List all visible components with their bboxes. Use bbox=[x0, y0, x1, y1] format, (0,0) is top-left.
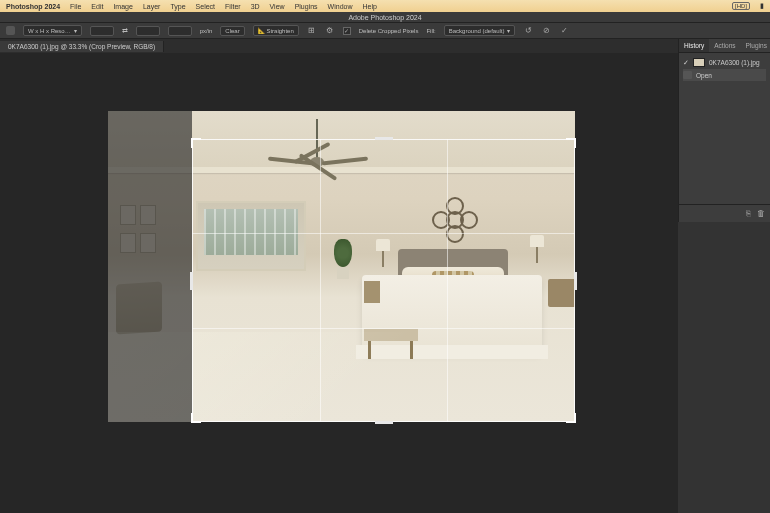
history-panel-footer: ⎘ 🗑 bbox=[679, 204, 770, 222]
swap-dimensions-icon[interactable]: ⇄ bbox=[122, 27, 128, 35]
cancel-crop-icon[interactable]: ⊘ bbox=[541, 26, 551, 36]
resolution-unit[interactable]: px/in bbox=[200, 28, 213, 34]
history-panel: ✓ 0K7A6300 (1).jpg Open bbox=[679, 53, 770, 84]
history-step-row[interactable]: Open bbox=[683, 69, 766, 81]
workspace bbox=[0, 53, 678, 513]
clear-button[interactable]: Clear bbox=[220, 26, 244, 36]
menu-filter[interactable]: Filter bbox=[225, 3, 241, 10]
document-tab-bar: 0K7A6300 (1).jpg @ 33.3% (Crop Preview, … bbox=[0, 39, 770, 53]
overlay-options-icon[interactable]: ⊞ bbox=[307, 26, 317, 36]
delete-cropped-label: Delete Cropped Pixels bbox=[359, 28, 419, 34]
tool-options-bar: W x H x Reso…▾ ⇄ px/in Clear 📐 Straighte… bbox=[0, 23, 770, 39]
chevron-down-icon: ▾ bbox=[507, 27, 510, 34]
reset-crop-icon[interactable]: ↺ bbox=[523, 26, 533, 36]
panel-tabs: History Actions Plugins bbox=[679, 39, 770, 53]
document-tab-label: 0K7A6300 (1).jpg @ 33.3% (Crop Preview, … bbox=[8, 43, 155, 50]
straighten-icon: 📐 bbox=[258, 28, 265, 34]
width-input[interactable] bbox=[90, 26, 114, 36]
height-input[interactable] bbox=[136, 26, 160, 36]
menu-image[interactable]: Image bbox=[113, 3, 132, 10]
delete-state-icon[interactable]: 🗑 bbox=[757, 209, 765, 218]
menu-select[interactable]: Select bbox=[196, 3, 215, 10]
photo bbox=[108, 111, 575, 422]
menu-edit[interactable]: Edit bbox=[91, 3, 103, 10]
crop-tool-icon[interactable] bbox=[6, 26, 15, 35]
crop-settings-icon[interactable]: ⚙ bbox=[325, 26, 335, 36]
right-panel-group: History Actions Plugins ✓ 0K7A6300 (1).j… bbox=[678, 39, 770, 222]
app-name: Photoshop 2024 bbox=[6, 3, 60, 10]
hd-badge: [HD] bbox=[732, 2, 750, 10]
new-snapshot-icon[interactable]: ⎘ bbox=[746, 209, 751, 218]
checkmark-icon: ✓ bbox=[683, 59, 689, 67]
straighten-label: Straighten bbox=[266, 28, 293, 34]
straighten-button[interactable]: 📐 Straighten bbox=[253, 25, 299, 36]
menu-layer[interactable]: Layer bbox=[143, 3, 161, 10]
ratio-dropdown[interactable]: W x H x Reso…▾ bbox=[23, 25, 82, 36]
tab-plugins[interactable]: Plugins bbox=[741, 39, 770, 52]
crop-shield-left bbox=[108, 111, 192, 422]
fill-dropdown-label: Background (default) bbox=[449, 28, 505, 34]
menu-plugins[interactable]: Plugins bbox=[295, 3, 318, 10]
chevron-down-icon: ▾ bbox=[74, 27, 77, 34]
menu-type[interactable]: Type bbox=[170, 3, 185, 10]
window-title: Adobe Photoshop 2024 bbox=[348, 14, 421, 21]
fill-label: Fill: bbox=[426, 28, 435, 34]
menu-window[interactable]: Window bbox=[328, 3, 353, 10]
battery-icon: ▮ bbox=[760, 2, 764, 10]
history-thumb bbox=[693, 58, 705, 67]
menu-help[interactable]: Help bbox=[363, 3, 377, 10]
resolution-input[interactable] bbox=[168, 26, 192, 36]
commit-crop-icon[interactable]: ✓ bbox=[559, 26, 569, 36]
window-titlebar: Adobe Photoshop 2024 bbox=[0, 12, 770, 23]
history-file-label: 0K7A6300 (1).jpg bbox=[709, 59, 760, 66]
menu-file[interactable]: File bbox=[70, 3, 81, 10]
document-tab[interactable]: 0K7A6300 (1).jpg @ 33.3% (Crop Preview, … bbox=[0, 41, 164, 52]
history-step-label: Open bbox=[696, 72, 712, 79]
open-step-icon bbox=[683, 71, 692, 79]
ratio-dropdown-label: W x H x Reso… bbox=[28, 28, 71, 34]
history-snapshot-row[interactable]: ✓ 0K7A6300 (1).jpg bbox=[683, 56, 766, 69]
fill-dropdown[interactable]: Background (default)▾ bbox=[444, 25, 516, 36]
menubar: Photoshop 2024 File Edit Image Layer Typ… bbox=[0, 0, 770, 12]
canvas[interactable] bbox=[108, 111, 575, 422]
menu-3d[interactable]: 3D bbox=[251, 3, 260, 10]
menu-view[interactable]: View bbox=[270, 3, 285, 10]
delete-cropped-checkbox[interactable] bbox=[343, 27, 351, 35]
tab-history[interactable]: History bbox=[679, 39, 709, 52]
tab-actions[interactable]: Actions bbox=[709, 39, 740, 52]
